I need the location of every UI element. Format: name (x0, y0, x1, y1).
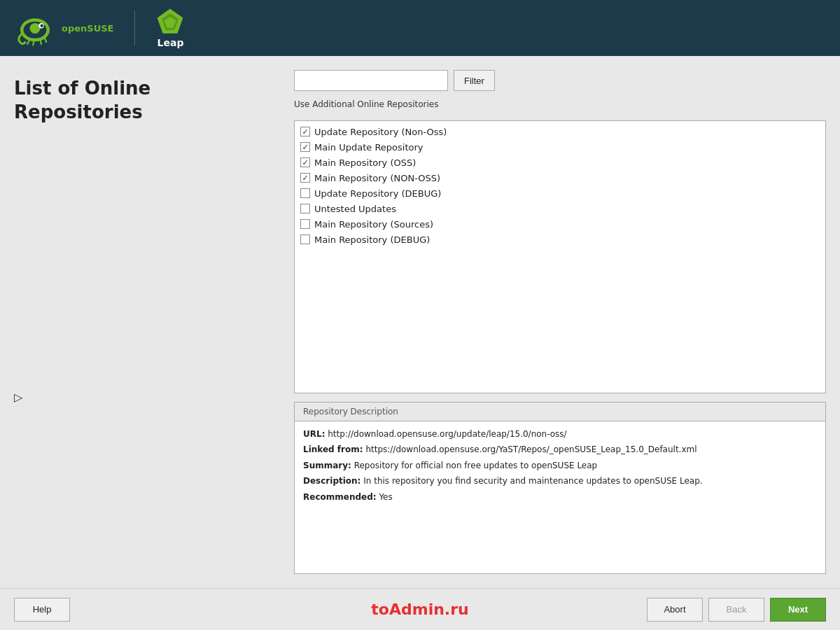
list-item[interactable]: Update Repository (DEBUG) (295, 186, 825, 201)
list-item[interactable]: Main Update Repository (295, 139, 825, 155)
desc-recommended-label: Recommended: (303, 492, 377, 502)
repo-checkbox[interactable] (300, 234, 310, 244)
leap-logo: Leap (156, 8, 184, 48)
opensuse-logo: openSUSE (14, 9, 113, 48)
desc-summary-value: Repository for official non free updates… (354, 461, 598, 470)
repo-checkbox[interactable] (300, 127, 310, 136)
description-section: Repository Description URL: http://downl… (294, 402, 826, 574)
repo-name: Main Repository (Sources) (314, 219, 433, 230)
page-title: List of Online Repositories (14, 77, 280, 125)
repo-checkbox[interactable] (300, 204, 310, 214)
desc-summary-row: Summary: Repository for official non fre… (303, 458, 817, 472)
filter-input[interactable] (294, 70, 448, 91)
repo-name: Main Update Repository (314, 142, 424, 153)
list-item[interactable]: Main Repository (OSS) (295, 155, 825, 170)
section-label: Use Additional Online Repositories (294, 99, 826, 109)
next-button[interactable]: Next (770, 598, 826, 622)
desc-url-value: http://download.opensuse.org/update/leap… (328, 429, 566, 439)
description-content: URL: http://download.opensuse.org/update… (303, 427, 817, 504)
repo-name: Main Repository (DEBUG) (314, 234, 430, 245)
repo-name: Update Repository (DEBUG) (314, 188, 441, 199)
desc-linked-row: Linked from: https://download.opensuse.o… (303, 442, 817, 456)
footer: Help toAdmin.ru Abort Back Next (0, 588, 840, 630)
desc-description-value: In this repository you find security and… (363, 476, 702, 486)
back-button[interactable]: Back (708, 598, 764, 622)
right-panel: Filter Use Additional Online Repositorie… (294, 70, 826, 574)
left-panel: List of Online Repositories ▷ (14, 70, 280, 574)
desc-description-label: Description: (303, 476, 360, 486)
footer-left: Help (14, 598, 70, 622)
list-item[interactable]: Main Repository (Sources) (295, 216, 825, 232)
repo-list[interactable]: Update Repository (Non-Oss)Main Update R… (294, 120, 826, 393)
filter-row: Filter (294, 70, 826, 91)
svg-point-2 (30, 23, 41, 34)
repo-checkbox[interactable] (300, 219, 310, 229)
svg-point-4 (41, 24, 44, 27)
repo-checkbox[interactable] (300, 142, 310, 152)
desc-summary-label: Summary: (303, 461, 351, 470)
desc-linked-label: Linked from: (303, 444, 363, 454)
opensuse-text: openSUSE (62, 23, 113, 34)
footer-right: Abort Back Next (647, 598, 826, 622)
desc-linked-value: https://download.opensuse.org/YaST/Repos… (365, 444, 696, 454)
svg-line-6 (33, 40, 34, 46)
filter-button[interactable]: Filter (454, 70, 495, 91)
list-item[interactable]: Update Repository (Non-Oss) (295, 124, 825, 139)
svg-line-8 (45, 37, 47, 43)
abort-button[interactable]: Abort (647, 598, 703, 622)
repo-checkbox[interactable] (300, 158, 310, 167)
desc-url-label: URL: (303, 429, 325, 439)
repo-name: Untested Updates (314, 204, 396, 214)
leap-label: Leap (158, 37, 184, 48)
watermark: toAdmin.ru (371, 601, 468, 618)
header: openSUSE Leap (0, 0, 840, 56)
main-content: List of Online Repositories ▷ Filter Use… (0, 56, 840, 588)
repo-checkbox[interactable] (300, 173, 310, 183)
list-item[interactable]: Untested Updates (295, 201, 825, 216)
repo-name: Main Repository (OSS) (314, 158, 416, 168)
desc-recommended-value: Yes (379, 492, 392, 502)
repo-checkbox[interactable] (300, 188, 310, 198)
list-item[interactable]: Main Repository (NON-OSS) (295, 170, 825, 186)
list-item[interactable]: Main Repository (DEBUG) (295, 232, 825, 247)
desc-url-row: URL: http://download.opensuse.org/update… (303, 427, 817, 441)
desc-recommended-row: Recommended: Yes (303, 490, 817, 504)
svg-line-7 (41, 39, 42, 45)
repo-name: Main Repository (NON-OSS) (314, 173, 440, 183)
header-divider (134, 10, 135, 46)
description-title: Repository Description (295, 402, 825, 421)
help-button[interactable]: Help (14, 598, 70, 622)
repo-name: Update Repository (Non-Oss) (314, 127, 447, 137)
cursor-indicator: ▷ (14, 391, 280, 404)
desc-description-row: Description: In this repository you find… (303, 474, 817, 488)
